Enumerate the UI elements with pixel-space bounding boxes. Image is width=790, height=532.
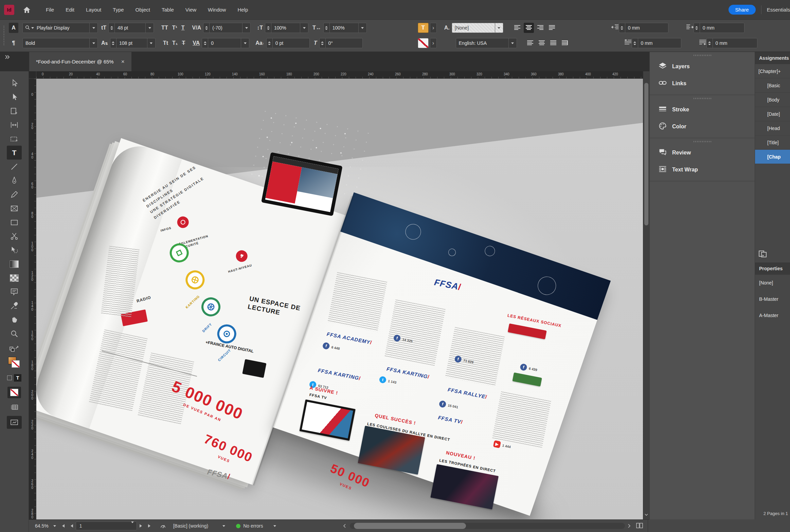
font-style-dropdown[interactable] xyxy=(89,38,97,48)
menu-layout[interactable]: Layout xyxy=(80,7,107,13)
leading-stepper[interactable] xyxy=(110,38,116,48)
indent-left-stepper[interactable] xyxy=(619,23,625,33)
panel-layers[interactable]: Layers xyxy=(650,58,755,75)
panel-color[interactable]: Color xyxy=(650,118,755,135)
style-row-date[interactable]: [Date] xyxy=(755,107,790,121)
leading-field[interactable]: 108 pt xyxy=(110,38,156,48)
scroll-down-icon[interactable] xyxy=(645,511,648,517)
character-style-combo[interactable]: [None] xyxy=(452,23,503,33)
font-style-combo[interactable]: Bold xyxy=(22,38,98,48)
baseline-stepper[interactable] xyxy=(267,38,273,48)
vertical-ruler[interactable]: 020406080100120140160180200220240260280 xyxy=(29,79,36,519)
tracking-dropdown[interactable] xyxy=(241,38,249,48)
style-row-basic[interactable]: [Basic xyxy=(755,78,790,93)
menu-table[interactable]: Table xyxy=(156,7,180,13)
kerning-dropdown[interactable] xyxy=(242,23,250,33)
menu-type[interactable]: Type xyxy=(107,7,130,13)
font-size-dropdown[interactable] xyxy=(145,23,154,33)
vertical-scale-field[interactable]: 100% xyxy=(265,23,308,33)
pencil-tool[interactable] xyxy=(7,187,22,201)
last-line-stepper[interactable] xyxy=(707,38,713,48)
document-tab[interactable]: *Food-and-Fun-December @ 65% × xyxy=(29,52,131,71)
tracking-field[interactable]: 0 xyxy=(202,38,249,48)
font-size-field[interactable]: 48 pt xyxy=(108,23,154,33)
vertical-scroll-thumb[interactable] xyxy=(644,83,648,225)
baseline-shift-field[interactable]: 0 pt xyxy=(266,38,310,48)
justify-full-button[interactable] xyxy=(560,38,570,48)
spread-view-icon[interactable] xyxy=(636,522,643,530)
selection-tool[interactable] xyxy=(7,76,22,90)
direct-selection-tool[interactable] xyxy=(7,90,22,104)
panel-grip[interactable] xyxy=(694,55,711,56)
free-transform-tool[interactable] xyxy=(7,243,22,257)
document-canvas[interactable]: ÉNERGIE AU SEIN DE SES DISCIPLINES UNE S… xyxy=(36,79,643,519)
scissors-tool[interactable] xyxy=(7,229,22,243)
page-tool[interactable] xyxy=(7,104,22,118)
table-icon[interactable] xyxy=(7,400,22,414)
scroll-left-icon[interactable] xyxy=(343,524,346,529)
assignments-panel-tab[interactable]: Assignments xyxy=(755,52,790,64)
horizontal-ruler[interactable]: 0204060801001201401601802002202402602803… xyxy=(36,71,643,79)
highlight-color-button[interactable]: T xyxy=(418,23,429,33)
page-row-b-master[interactable]: B-Master xyxy=(755,291,790,307)
kerning-stepper[interactable] xyxy=(203,23,210,33)
workspace-switcher[interactable]: Essentials xyxy=(767,7,790,13)
type-tool[interactable]: T xyxy=(7,146,22,160)
screen-mode-button[interactable] xyxy=(7,414,22,430)
page-row-a-master[interactable]: A-Master xyxy=(755,307,790,324)
close-tab-icon[interactable]: × xyxy=(121,58,125,65)
swatch-flyout-arrow[interactable]: › xyxy=(430,38,437,48)
page-number-field[interactable]: 1 xyxy=(76,521,137,530)
previous-page-button[interactable] xyxy=(70,524,73,528)
style-row-body[interactable]: [Body xyxy=(755,93,790,107)
panel-links[interactable]: Links xyxy=(650,75,755,92)
align-center-button[interactable] xyxy=(524,23,534,33)
all-caps-icon[interactable]: TT xyxy=(161,25,168,31)
apply-none-button[interactable] xyxy=(7,385,22,400)
vertical-scrollbar[interactable] xyxy=(643,71,649,519)
frame-tool[interactable] xyxy=(7,201,22,215)
character-formatting-toggle[interactable]: A xyxy=(9,23,18,33)
indent-left-field[interactable]: 0 mm xyxy=(619,23,668,33)
kerning-field[interactable]: (-70) xyxy=(203,23,251,33)
menu-view[interactable]: View xyxy=(180,7,202,13)
menu-file[interactable]: File xyxy=(40,7,60,13)
style-row-chap-selected[interactable]: [Chap xyxy=(755,150,790,164)
panel-review[interactable]: Review xyxy=(650,144,755,161)
menu-window[interactable]: Window xyxy=(202,7,232,13)
zoom-level[interactable]: 64.5% xyxy=(35,523,58,529)
justify-all-right-button[interactable] xyxy=(548,38,558,48)
indesign-logo-icon[interactable]: Id xyxy=(4,5,14,15)
language-dropdown[interactable] xyxy=(508,38,517,48)
formatting-affects-buttons[interactable]: T xyxy=(7,371,22,385)
leading-dropdown[interactable] xyxy=(147,38,155,48)
first-line-indent-field[interactable]: 0 mm xyxy=(632,38,681,48)
line-tool[interactable] xyxy=(7,160,22,173)
first-line-stepper[interactable] xyxy=(632,38,638,48)
scroll-right-icon[interactable] xyxy=(628,524,631,529)
underline-icon[interactable]: T xyxy=(181,25,185,31)
horizontal-scrollbar[interactable] xyxy=(343,522,647,530)
pen-tool[interactable] xyxy=(7,173,22,187)
style-row-chapter[interactable]: [Chapter]+ xyxy=(755,64,790,78)
strikethrough-icon[interactable]: T xyxy=(182,40,185,46)
note-tool[interactable] xyxy=(7,285,22,299)
character-style-dropdown[interactable] xyxy=(495,23,503,33)
menu-edit[interactable]: Edit xyxy=(60,7,80,13)
justify-all-center-button[interactable] xyxy=(537,38,547,48)
tracking-stepper[interactable] xyxy=(202,38,208,48)
hscale-dropdown[interactable] xyxy=(358,23,366,33)
small-caps-icon[interactable]: Tt xyxy=(163,40,168,46)
horizontal-scroll-thumb[interactable] xyxy=(354,523,466,529)
justify-left-button[interactable] xyxy=(547,23,557,33)
ruler-origin[interactable] xyxy=(29,71,36,79)
superscript-icon[interactable]: T¹ xyxy=(172,25,177,31)
panel-grip[interactable] xyxy=(694,98,711,99)
gradient-swatch-tool[interactable] xyxy=(7,257,22,271)
vscale-stepper[interactable] xyxy=(265,23,271,33)
first-page-button[interactable] xyxy=(60,524,65,528)
eyedropper-tool[interactable] xyxy=(7,299,22,313)
menu-help[interactable]: Help xyxy=(232,7,254,13)
share-button[interactable]: Share xyxy=(729,5,756,15)
gap-tool[interactable] xyxy=(7,118,22,132)
